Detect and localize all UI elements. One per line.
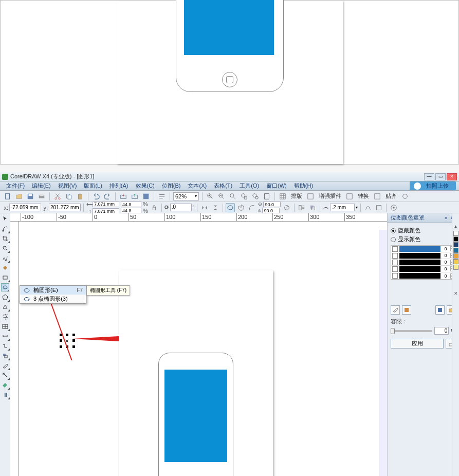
menu-tools[interactable]: 工具(O) [236,182,262,190]
mirror-h-icon[interactable] [200,203,209,212]
arc-mode-icon[interactable] [247,203,256,212]
zoom-fit-icon[interactable] [228,192,237,201]
menu-text[interactable]: 文本(X) [185,182,210,190]
zoom-select[interactable]: 62% [173,192,199,200]
rotation-value[interactable]: .0 [170,204,192,211]
phone-shape[interactable] [158,353,233,476]
palette-up-icon[interactable]: ▲ [454,224,458,229]
menu-edit[interactable]: 编辑(E) [29,182,54,190]
color-row[interactable]: 0▴▾ [391,252,455,259]
palette-swatch[interactable] [453,265,458,270]
menu-view[interactable]: 视图(V) [55,182,80,190]
flyout-3pt-ellipse-item[interactable]: 3 点椭圆形(3) [20,295,86,303]
ellipse-tool-icon[interactable] [1,283,9,291]
palette-swatch[interactable] [453,236,458,242]
vertical-ruler[interactable] [10,222,19,476]
app-launcher-icon[interactable] [141,192,151,201]
redo-icon[interactable] [103,192,112,201]
minimize-button[interactable]: — [424,173,434,180]
snap-icon[interactable] [373,192,382,201]
menu-arrange[interactable]: 排列(A) [106,182,132,190]
menu-window[interactable]: 窗口(W) [263,182,290,190]
zoom-page-icon[interactable] [262,192,271,201]
paste-icon[interactable] [76,192,85,201]
show-color-radio[interactable]: 显示颜色 [391,235,456,243]
shape-tool-icon[interactable] [1,225,9,233]
dimension-tool-icon[interactable] [1,332,9,340]
connector-tool-icon[interactable] [1,342,9,350]
lock-ratio-icon[interactable] [150,203,159,212]
menu-file[interactable]: 文件(F) [3,182,28,190]
save-mask-button[interactable] [435,305,445,315]
docker-collapse-icon[interactable]: » [443,215,449,221]
color-row[interactable]: 0▴▾ [391,259,455,266]
maximize-button[interactable]: ▭ [435,173,446,180]
layout-label[interactable]: 排版 [289,192,304,200]
docker-header[interactable]: 位图颜色遮罩 » ✕ [388,213,459,223]
to-front-icon[interactable] [308,203,317,212]
palette-close-icon[interactable]: ✕ [454,291,458,296]
menu-effects[interactable]: 效果(C) [133,182,158,190]
menu-table[interactable]: 表格(T) [211,182,235,190]
convert-label[interactable]: 转换 [356,192,371,200]
rotation-field[interactable]: ⟳ .0 ° [164,204,195,211]
undo-icon[interactable] [91,192,101,201]
eyedropper-button[interactable] [391,305,400,315]
to-curves-icon[interactable] [363,203,373,212]
tolerance-input[interactable] [434,327,449,335]
zoom-sel-icon[interactable] [240,192,249,201]
direction-icon[interactable] [282,203,291,212]
basic-shapes-tool-icon[interactable] [1,303,9,311]
copy-icon[interactable] [64,192,74,201]
edit-color-button[interactable] [402,305,411,315]
smart-fill-tool-icon[interactable] [1,264,9,272]
palette-swatch[interactable] [453,253,458,259]
rectangle-tool-icon[interactable] [1,273,9,282]
y-input[interactable] [49,204,81,211]
drawing-canvas[interactable]: ✕ 椭圆形(E) F7 3 点椭圆形(3) [19,222,387,476]
color-row[interactable]: 0▴▾ [391,272,455,279]
interactive-tool-icon[interactable] [1,352,9,360]
flyout-ellipse-item[interactable]: 椭圆形(E) F7 [20,286,86,295]
color-row[interactable]: 0▴▾ [391,266,455,272]
freehand-tool-icon[interactable] [1,254,9,262]
fill-tool-icon[interactable] [1,381,9,389]
scalex-input[interactable] [121,202,141,207]
import-icon[interactable] [119,192,128,201]
angle1-input[interactable] [263,202,281,207]
pie-mode-icon[interactable] [236,203,246,212]
menu-layout[interactable]: 版面(L) [81,182,105,190]
interactive-fill-tool-icon[interactable] [1,391,9,399]
new-icon[interactable] [3,192,12,201]
snap-grid-icon[interactable] [278,192,287,201]
x-input[interactable] [9,204,41,211]
outline-tool-icon[interactable] [1,371,9,379]
save-icon[interactable] [26,192,35,201]
vertical-scrollbar[interactable] [379,230,387,476]
color-row[interactable]: 0▴▾ [391,246,455,252]
close-button[interactable]: ✕ [447,173,457,180]
zoom-tool-icon[interactable] [1,244,9,252]
upload-button[interactable]: 拍照上传 [410,181,456,190]
print-icon[interactable] [37,192,46,201]
hide-color-radio[interactable]: 隐藏颜色 [391,227,456,234]
zoom-out-icon[interactable] [217,192,226,201]
wrap-text-icon[interactable] [297,203,306,212]
menu-help[interactable]: 帮助(H) [291,182,316,190]
plugin-label[interactable]: 增强插件 [317,192,343,200]
welcome-icon[interactable] [157,192,167,201]
table-tool-icon[interactable] [1,322,9,331]
horizontal-ruler[interactable]: -100 -50 0 50 100 150 200 250 300 350 [10,213,387,222]
crop-tool-icon[interactable] [1,234,9,243]
palette-swatch[interactable] [453,231,458,236]
width-input[interactable] [93,202,119,207]
palette-swatch[interactable] [453,248,458,253]
convert-icon[interactable] [345,192,354,201]
apply-button[interactable]: 应用 [391,339,444,349]
selection-handles[interactable]: ✕ [60,334,75,348]
snap-label[interactable]: 贴齐 [384,192,398,200]
object-props-icon[interactable] [389,203,398,212]
menu-bitmap[interactable]: 位图(B) [159,182,184,190]
palette-swatch[interactable] [453,242,458,247]
scaley-input[interactable] [121,208,141,213]
